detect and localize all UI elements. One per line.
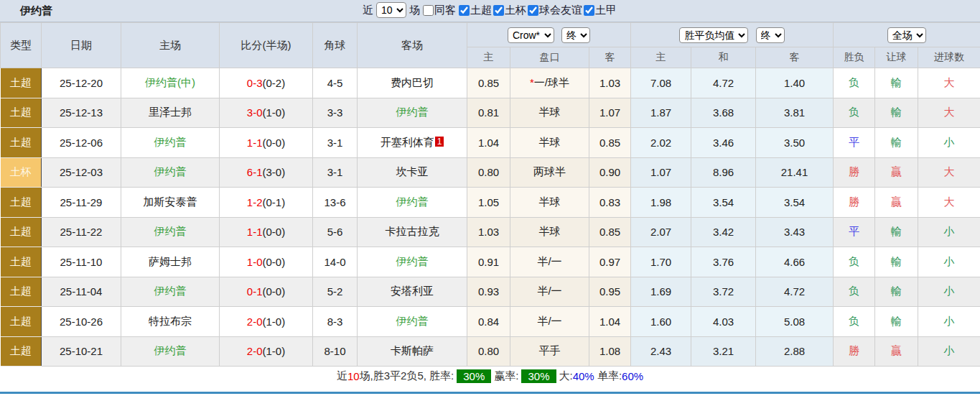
results-header: 全场 (834, 23, 980, 47)
match-result: 勝 (834, 188, 875, 218)
handicap-result: 輸 (875, 217, 918, 247)
away-team: 卡拉古拉克 (358, 217, 467, 247)
match-result: 负 (834, 277, 875, 307)
euro-away-odds: 5.08 (756, 307, 834, 337)
match-date: 25-12-13 (42, 98, 121, 128)
league-filter-label: 土甲 (595, 4, 617, 17)
ah-away-odds: 0.85 (589, 128, 631, 158)
ah-stage-select[interactable]: 终 (561, 27, 590, 43)
corner-count: 4-5 (313, 68, 358, 98)
match-result: 负 (834, 98, 875, 128)
corner-count: 8-10 (313, 336, 358, 367)
match-row: 土超25-11-22伊约普1-1(0-0)5-6卡拉古拉克1.03半球0.852… (1, 217, 980, 247)
league-filter-checkbox[interactable] (528, 5, 538, 16)
goals-result: 小 (918, 307, 980, 337)
header-type: 类型 (1, 23, 42, 68)
corner-count: 3-3 (313, 98, 358, 128)
same-away-checkbox[interactable] (423, 5, 434, 16)
rate-badge: 30% (521, 369, 556, 383)
ah-away-odds: 1.03 (589, 68, 631, 98)
euro-stage-select[interactable]: 终 (756, 27, 785, 43)
recent-count-select[interactable]: 10 (376, 2, 406, 18)
match-row: 土超25-12-06伊约普1-1(0-0)3-1开塞利体育11.04半球0.85… (1, 128, 980, 158)
handicap-result: 輸 (875, 277, 918, 307)
goals-result: 小 (918, 128, 980, 158)
league-filter: 土甲 (584, 4, 617, 17)
summary-line: 近10场,胜3平2负5, 胜率:30%赢率:30%大:40% 单率:60% (0, 367, 980, 386)
header-eu-home: 主 (631, 47, 691, 68)
goals-result: 小 (918, 277, 980, 307)
header-corner: 角球 (313, 23, 358, 68)
euro-home-odds: 2.43 (631, 336, 691, 367)
rank-badge: 1 (435, 137, 444, 147)
corner-count: 5-6 (313, 217, 358, 247)
handicap-result: 輸 (875, 247, 918, 277)
league-filter-checkbox[interactable] (459, 5, 470, 16)
euro-home-odds: 2.02 (631, 128, 691, 158)
goals-result: 大 (918, 188, 980, 218)
competition-type: 土超 (1, 188, 42, 218)
euro-home-odds: 1.70 (631, 247, 691, 277)
handicap-result: 輸 (875, 98, 918, 128)
euro-draw-odds: 8.96 (691, 157, 756, 188)
euro-draw-odds: 4.03 (691, 307, 756, 337)
corner-count: 3-1 (313, 128, 358, 158)
match-row: 土超25-12-13里泽士邦3-0(1-0)3-3伊约普0.81半球1.071.… (1, 98, 980, 128)
summary-text: 40% (573, 370, 594, 382)
match-result: 负 (834, 307, 875, 337)
header-ah-line: 盘口 (510, 47, 589, 68)
score-cell: 1-2(0-1) (220, 188, 313, 218)
summary-text: 10 (347, 370, 360, 382)
league-filter-checkbox[interactable] (493, 5, 504, 16)
away-team: 费内巴切 (358, 68, 467, 98)
summary-text: 赢率: (494, 369, 518, 383)
euro-odds-header: 胜平负均值 终 (631, 23, 834, 47)
home-team: 伊约普 (121, 128, 220, 158)
score-cell: 3-0(1-0) (220, 98, 313, 128)
league-filters: 土超土杯球会友谊土甲 (459, 4, 617, 17)
corner-count: 5-2 (313, 277, 358, 307)
match-result: 平 (834, 217, 875, 247)
scope-select[interactable]: 全场 (887, 27, 926, 43)
home-team: 里泽士邦 (121, 98, 220, 128)
away-team: 开塞利体育1 (358, 128, 467, 158)
competition-type: 土超 (1, 277, 42, 307)
match-table: 类型 日期 主场 比分(半场) 角球 客场 Crow* 终 胜平负均值 终 全场… (0, 22, 980, 367)
euro-home-odds: 7.08 (631, 68, 691, 98)
handicap-result: 輸 (875, 68, 918, 98)
euro-home-odds: 1.07 (631, 157, 691, 188)
corner-count: 14-0 (313, 247, 358, 277)
league-filter-checkbox[interactable] (584, 5, 594, 16)
euro-metric-select[interactable]: 胜平负均值 (679, 27, 748, 43)
match-date: 25-11-04 (42, 277, 121, 307)
away-team: 坎卡亚 (358, 157, 467, 188)
match-row: 土超25-11-10萨姆士邦1-0(0-0)14-0伊约普0.91半/一0.97… (1, 247, 980, 277)
ah-home-odds: 0.85 (467, 68, 510, 98)
league-filter: 球会友谊 (528, 4, 582, 17)
handicap-result: 輸 (875, 128, 918, 158)
score-cell: 1-1(0-0) (220, 128, 313, 158)
match-result: 负 (834, 68, 875, 98)
score-cell: 0-3(0-2) (220, 68, 313, 98)
corner-count: 8-3 (313, 307, 358, 337)
match-date: 25-10-21 (42, 336, 121, 367)
bookmaker-select[interactable]: Crow* (508, 27, 554, 43)
summary-text: 单率: (594, 369, 622, 383)
away-team: 安塔利亚 (358, 277, 467, 307)
competition-type: 土超 (1, 247, 42, 277)
header-result: 胜负 (834, 47, 875, 68)
summary-text: 近 (337, 369, 347, 383)
ah-away-odds: 0.97 (589, 247, 631, 277)
goals-result: 大 (918, 98, 980, 128)
competition-type: 土超 (1, 68, 42, 98)
euro-away-odds: 3.50 (756, 128, 834, 158)
euro-home-odds: 1.69 (631, 277, 691, 307)
league-filter: 土超 (459, 4, 492, 17)
euro-away-odds: 4.66 (756, 247, 834, 277)
asian-odds-header: Crow* 终 (467, 23, 631, 47)
summary-text: 60% (622, 370, 643, 382)
away-team: 卡斯帕萨 (358, 336, 467, 367)
match-date: 25-11-10 (42, 247, 121, 277)
ah-away-odds: 0.90 (589, 157, 631, 188)
euro-draw-odds: 3.46 (691, 128, 756, 158)
